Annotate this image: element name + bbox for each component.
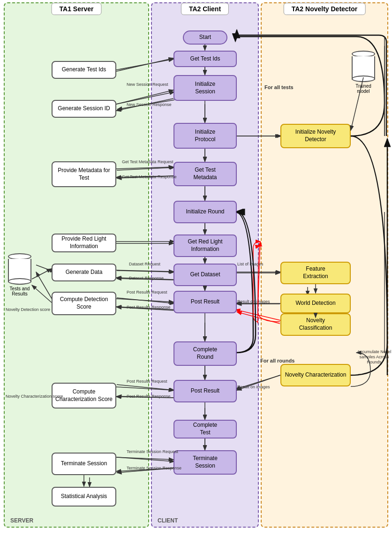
list-of-images-label: List of images xyxy=(237,262,264,267)
statistical-analysis-node: Statistical Analysis xyxy=(52,487,116,507)
post-results-response-2-label: Post Results Response xyxy=(127,394,171,399)
terminate-session-server-node: Terminate Session xyxy=(52,453,116,475)
provide-metadata-node: Provide Metadata for Test xyxy=(52,161,116,187)
get-test-metadata-request-label: Get Test Metadata Request xyxy=(122,159,173,165)
diagram-container: TA1 Server SERVER TA2 Client CLIENT TA2 … xyxy=(0,0,392,537)
complete-round-node: Complete Round xyxy=(173,341,237,366)
trained-model-label: Trainedmodel xyxy=(355,83,371,94)
post-results-response-1-label: Post Results Response xyxy=(127,305,171,310)
novelty-region-header: TA2 Novelty Detector xyxy=(284,3,366,15)
client-region-footer: CLIENT xyxy=(158,517,178,524)
post-results-request-2-label: Post Results Request xyxy=(127,379,167,384)
novelty-characterization-node: Novelty Characterization xyxy=(280,364,351,386)
get-red-light-node: Get Red Light Information xyxy=(173,234,237,257)
get-dataset-node: Get Dataset xyxy=(173,264,237,286)
get-test-metadata-node: Get Test Metadata xyxy=(173,162,237,186)
compute-detection-node: Compute Detection Score xyxy=(52,292,116,315)
get-test-ids-node: Get Test Ids xyxy=(173,51,237,67)
post-results-request-1-label: Post Results Request xyxy=(127,290,167,295)
dataset-request-label: Dataset Request xyxy=(129,262,160,267)
server-region-header: TA1 Server xyxy=(52,3,102,15)
accumulate-novel-label: Accumulate Novel samples Across Rounds xyxy=(356,349,392,364)
start-node: Start xyxy=(183,30,227,45)
server-region-footer: SERVER xyxy=(10,517,33,524)
generate-session-id-node: Generate Session ID xyxy=(52,100,116,118)
feature-extraction-node: Feature Extraction xyxy=(280,262,351,284)
tests-results-db: Tests andResults xyxy=(8,253,31,296)
db-body-tests xyxy=(8,259,31,282)
result-on-images-2-label: Result on images xyxy=(237,385,270,390)
provide-red-light-node: Provide Red Light Information xyxy=(52,234,116,252)
initialize-protocol-node: Initialize Protocol xyxy=(173,123,237,149)
db-bottom-model xyxy=(352,76,375,82)
new-session-request-label: New Session Request xyxy=(127,82,168,87)
terminate-session-client-node: Terminate Session xyxy=(173,450,237,475)
for-all-tests-label: For all tests xyxy=(264,84,294,90)
novelty-classification-node: Novelty Classification xyxy=(280,313,351,336)
trained-model-db: Trainedmodel xyxy=(352,51,375,94)
novelty-characterization-score-label: Novelty Characterization score xyxy=(6,394,63,399)
client-region-header: TA2 Client xyxy=(181,3,229,15)
terminate-session-response-label: Terminate Session Response xyxy=(127,466,181,471)
generate-test-ids-node: Generate Test Ids xyxy=(52,61,116,79)
initialize-round-node: Initialize Round xyxy=(173,201,237,223)
post-result-1-node: Post Result xyxy=(173,291,237,313)
initialize-novelty-detector-node: Initialize Novelty Detector xyxy=(280,124,351,148)
db-body-model xyxy=(352,56,375,80)
world-detection-node: World Detection xyxy=(280,294,351,313)
get-test-metadata-response-label: Get Test Metadata Response xyxy=(122,174,176,180)
generate-data-node: Generate Data xyxy=(52,264,116,281)
dataset-response-label: Dataset Response xyxy=(129,276,164,281)
tests-results-label: Tests andResults xyxy=(10,286,30,296)
for-all-rounds-label: For all rounds xyxy=(260,358,294,363)
terminate-session-request-label: Terminate Session Request xyxy=(127,449,178,454)
db-bottom-tests xyxy=(8,278,31,285)
initialize-session-node: Initialize Session xyxy=(173,75,237,101)
post-result-2-node: Post Result xyxy=(173,380,237,402)
novelty-detection-score-label: Novelty Detection score xyxy=(6,307,50,312)
result-on-images-1-label: Result on images xyxy=(237,299,270,304)
complete-test-node: Complete Test xyxy=(173,420,237,439)
new-session-response-label: New Session Response xyxy=(127,102,172,107)
